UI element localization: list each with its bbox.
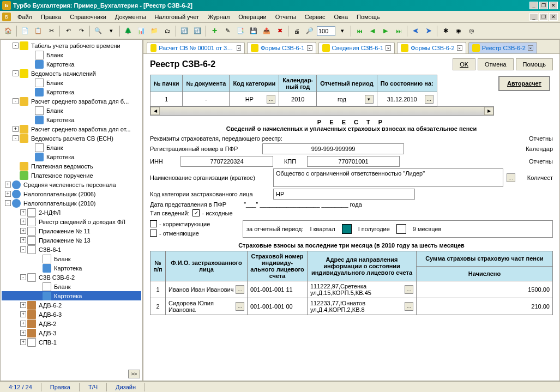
menu-10[interactable]: Помощь <box>352 13 384 21</box>
scroll-right-icon[interactable]: ▶ <box>484 107 493 115</box>
tree-item[interactable]: Платежная ведомость <box>2 161 141 171</box>
mdi-close-button[interactable]: ✕ <box>549 13 558 21</box>
undo-icon[interactable]: ↶ <box>62 25 74 37</box>
tree-item[interactable]: Картотека <box>2 59 141 69</box>
date-picker-icon[interactable]: … <box>425 95 433 104</box>
tree-toggle-icon[interactable]: - <box>20 274 26 280</box>
tab[interactable]: Формы СЗВ-6-1× <box>247 42 316 53</box>
tree-toggle-icon[interactable] <box>28 52 34 58</box>
tab[interactable]: Формы СЗВ-6-2× <box>397 42 466 53</box>
nav-last-icon[interactable]: ⏭ <box>393 25 405 37</box>
refresh-icon[interactable]: 🔃 <box>178 25 190 37</box>
cell-sum[interactable]: 210.00 <box>417 298 553 315</box>
sidebar-tree[interactable]: -Табель учета рабочего времениБланкКарто… <box>0 39 143 381</box>
delete-icon[interactable]: ✖ <box>274 25 286 37</box>
tree-item[interactable]: Бланк <box>2 106 141 115</box>
tree-item[interactable]: +Приложение № 11 <box>2 226 141 236</box>
preview-icon[interactable]: 🔎 <box>304 25 316 37</box>
help-button[interactable]: Помощь <box>516 58 553 70</box>
status-mode[interactable]: Правка <box>41 383 80 391</box>
tree-item[interactable]: +СПВ-1 <box>2 337 141 347</box>
type-corr-checkbox[interactable]: - корректирующие <box>150 220 237 227</box>
cat-cell[interactable]: НР… <box>230 92 279 106</box>
tree-item[interactable]: -СЗВ-6-1 <box>2 245 141 254</box>
menu-1[interactable]: Правка <box>37 13 65 21</box>
calendar-icon[interactable]: 🗂 <box>161 25 173 37</box>
maximize-button[interactable]: ❐ <box>539 2 548 9</box>
nav-first-icon[interactable]: ⏮ <box>353 25 365 37</box>
tree-item[interactable]: Картотека <box>2 152 141 161</box>
tree-toggle-icon[interactable]: + <box>20 219 26 225</box>
tree-toggle-icon[interactable]: + <box>5 191 11 197</box>
tree-toggle-icon[interactable] <box>28 144 34 150</box>
addr-picker-icon[interactable]: … <box>405 302 413 311</box>
tree-toggle-icon[interactable]: - <box>20 246 26 252</box>
action2-icon[interactable]: ◉ <box>453 25 465 37</box>
docnum-value[interactable]: - <box>183 92 230 106</box>
tab-close-icon[interactable]: × <box>528 45 533 51</box>
tree-toggle-icon[interactable]: + <box>20 339 26 345</box>
tree-item[interactable]: +Средняя численность персонала <box>2 180 141 189</box>
tree-toggle-icon[interactable] <box>35 256 41 262</box>
tree-item[interactable]: Бланк <box>2 143 141 152</box>
scroll-left-icon[interactable]: ◀ <box>150 107 160 115</box>
cat2-input[interactable]: НР <box>273 189 415 200</box>
tree-item[interactable]: Картотека <box>2 291 141 300</box>
tree-toggle-icon[interactable] <box>13 163 19 169</box>
cell-snils[interactable]: 001-001-001 11 <box>248 281 308 298</box>
fio-picker-icon[interactable]: … <box>236 302 244 311</box>
tree-item[interactable]: -СЗВ СЗВ-6-2 <box>2 273 141 282</box>
tab[interactable]: Реестр СЗВ-6-2× <box>468 42 537 53</box>
tree-toggle-icon[interactable]: + <box>20 321 26 327</box>
ok-button[interactable]: OK <box>453 58 475 70</box>
tree-icon[interactable]: 🌲 <box>122 25 134 37</box>
tree-item[interactable]: -Ведомость начислений <box>2 69 141 78</box>
tree-item[interactable]: +Налогоплательщик (2006) <box>2 189 141 198</box>
tree-toggle-icon[interactable]: + <box>20 302 26 308</box>
period-dropdown-icon[interactable]: ▾ <box>365 95 374 104</box>
tree-toggle-icon[interactable] <box>28 89 34 95</box>
type-cancel-checkbox[interactable]: - отменяющие <box>150 230 237 237</box>
new-icon[interactable]: ✚ <box>208 25 220 37</box>
sort-icon[interactable]: 🔃 <box>191 25 203 37</box>
org-input[interactable]: Общество с ограниченной ответственностью… <box>273 168 503 187</box>
tree-toggle-icon[interactable] <box>35 284 41 290</box>
kpp-input[interactable]: 770701001 <box>307 156 400 167</box>
tree-toggle-icon[interactable] <box>28 117 34 123</box>
tree-item[interactable]: +АДВ-6-3 <box>2 310 141 319</box>
mdi-restore-button[interactable]: ❐ <box>539 13 548 21</box>
redo-icon[interactable]: ↷ <box>75 25 87 37</box>
cell-sum[interactable]: 1500.00 <box>417 281 553 298</box>
tab-close-icon[interactable]: × <box>457 45 462 51</box>
tree-toggle-icon[interactable]: + <box>20 209 26 215</box>
minimize-button[interactable]: _ <box>529 2 538 9</box>
menu-9[interactable]: Окна <box>329 13 352 21</box>
tab-close-icon[interactable]: × <box>307 45 312 51</box>
duplicate-icon[interactable]: 📑 <box>234 25 246 37</box>
nav-prev-icon[interactable]: ◀ <box>366 25 378 37</box>
tree-toggle-icon[interactable]: - <box>13 70 19 76</box>
reg-input[interactable]: 999-999-999999 <box>262 143 404 154</box>
tree-item[interactable]: +АДВ-6-2 <box>2 300 141 310</box>
close-button[interactable]: ✕ <box>549 2 558 9</box>
tree-toggle-icon[interactable]: + <box>13 126 19 132</box>
tree-toggle-icon[interactable]: + <box>20 330 26 336</box>
fio-picker-icon[interactable]: … <box>236 285 244 294</box>
cell-addr[interactable]: 111222,97,Сретенка ул,Д.15,КОРП.5,КВ.45… <box>308 281 417 298</box>
search-icon[interactable]: 🔍 <box>92 25 104 37</box>
zoom-input[interactable] <box>317 26 335 36</box>
tree-item[interactable]: +АДВ-2 <box>2 319 141 328</box>
tree-item[interactable]: Бланк <box>2 50 141 59</box>
sidebar-collapse-button[interactable]: >> <box>128 370 140 378</box>
tab-close-icon[interactable]: × <box>386 45 391 51</box>
edit-icon[interactable]: ✎ <box>221 25 233 37</box>
search-dropdown-icon[interactable]: ▾ <box>105 25 117 37</box>
cell-fio[interactable]: Сидорова Юлия Ивановна… <box>166 298 248 315</box>
tree-item[interactable]: Бланк <box>2 254 141 263</box>
cell-snils[interactable]: 001-001-001 00 <box>248 298 308 315</box>
autocalc-button[interactable]: Авторасчет <box>498 76 550 91</box>
cancel-button[interactable]: Отмена <box>478 58 513 70</box>
tree-item[interactable]: -Расчет среднего заработка для б... <box>2 97 141 106</box>
tab[interactable]: Сведения СЗВ-6-1× <box>318 42 395 53</box>
tree-toggle-icon[interactable]: - <box>13 43 19 49</box>
